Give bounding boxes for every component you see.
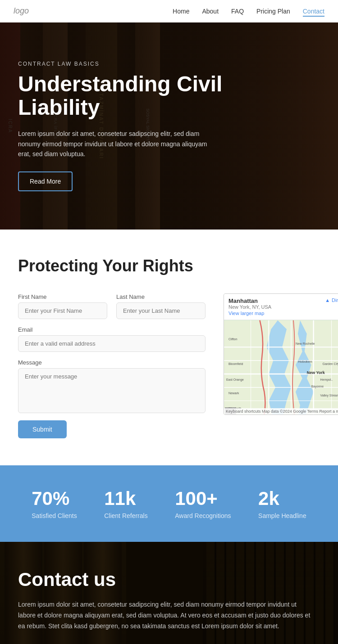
read-more-button[interactable]: Read More xyxy=(18,171,73,191)
last-name-group: Last Name xyxy=(116,293,206,319)
last-name-label: Last Name xyxy=(116,293,206,300)
hero-section: ICRA ICRA İFLAS TAZMİNAT DAVALARI SOSYAL… xyxy=(0,23,338,230)
map-svg: Clifton Bloomfield East Orange Newark El… xyxy=(224,320,338,415)
nav-link-contact[interactable]: Contact xyxy=(303,8,324,17)
email-label: Email xyxy=(18,326,206,333)
stat-number-1: 11k xyxy=(104,488,147,509)
svg-text:Newark: Newark xyxy=(228,392,239,395)
stat-item-1: 11k Client Referrals xyxy=(104,488,147,519)
message-label: Message xyxy=(18,359,206,366)
svg-text:Hempst..: Hempst.. xyxy=(320,378,333,382)
hero-description: Lorem ipsum dolor sit amet, consetetur s… xyxy=(18,129,221,159)
stat-label-1: Client Referrals xyxy=(104,512,147,519)
hero-subtitle: CONTRACT LAW BASICS xyxy=(18,61,261,67)
nav-links: Home About FAQ Pricing Plan Contact xyxy=(173,7,324,15)
form-map-wrapper: First Name Last Name Email Message Submi… xyxy=(18,293,320,438)
nav-link-faq[interactable]: FAQ xyxy=(231,8,244,15)
last-name-input[interactable] xyxy=(116,302,206,319)
map-footer-text: Keyboard shortcuts Map data ©2024 Google… xyxy=(226,409,338,414)
map-header: Manhattan New York, NY, USA View larger … xyxy=(224,294,338,320)
name-row: First Name Last Name xyxy=(18,293,206,319)
hero-title: Understanding Civil Liability xyxy=(18,72,261,120)
map-info: Manhattan New York, NY, USA View larger … xyxy=(228,297,271,316)
map-subtitle: New York, NY, USA xyxy=(228,304,271,310)
stat-number-0: 70% xyxy=(32,488,77,509)
map-container: Manhattan New York, NY, USA View larger … xyxy=(224,293,338,415)
nav-link-pricing[interactable]: Pricing Plan xyxy=(256,8,290,15)
nav-item-pricing[interactable]: Pricing Plan xyxy=(256,7,290,15)
contact-description: Lorem ipsum dolor sit amet, consetetur s… xyxy=(18,599,315,631)
stat-item-3: 2k Sample Headline xyxy=(258,488,306,519)
svg-text:New Rochelle: New Rochelle xyxy=(296,342,315,345)
navbar: logo Home About FAQ Pricing Plan Contact xyxy=(0,0,338,23)
email-input[interactable] xyxy=(18,335,206,352)
svg-text:East Orange: East Orange xyxy=(226,378,244,382)
map-widget: Manhattan New York, NY, USA View larger … xyxy=(224,293,338,415)
stat-number-2: 100+ xyxy=(175,488,231,509)
svg-text:Valley Stream: Valley Stream xyxy=(320,394,338,397)
stat-label-2: Award Recognitions xyxy=(175,512,231,519)
svg-text:Bayonne: Bayonne xyxy=(311,385,324,388)
directions-label: Directions xyxy=(332,297,338,303)
map-footer: Keyboard shortcuts Map data ©2024 Google… xyxy=(224,408,338,414)
nav-link-about[interactable]: About xyxy=(202,8,219,15)
contact-section: Contact us Lorem ipsum dolor sit amet, c… xyxy=(0,542,338,644)
stats-section: 70% Satisfied Clients 11k Client Referra… xyxy=(0,465,338,542)
svg-text:Clifton: Clifton xyxy=(228,338,238,341)
nav-item-faq[interactable]: FAQ xyxy=(231,7,244,15)
nav-item-about[interactable]: About xyxy=(202,7,219,15)
form-section: Protecting Your Rights First Name Last N… xyxy=(0,230,338,465)
hero-content: CONTRACT LAW BASICS Understanding Civil … xyxy=(0,61,279,192)
stat-label-0: Satisfied Clients xyxy=(32,512,77,519)
map-view-larger-link[interactable]: View larger map xyxy=(228,311,271,316)
nav-item-home[interactable]: Home xyxy=(173,7,189,15)
contact-form: First Name Last Name Email Message Submi… xyxy=(18,293,206,438)
stat-number-3: 2k xyxy=(258,488,306,509)
svg-text:Garden City: Garden City xyxy=(323,362,338,366)
nav-link-home[interactable]: Home xyxy=(173,8,189,15)
svg-text:New York: New York xyxy=(307,370,325,375)
contact-content: Contact us Lorem ipsum dolor sit amet, c… xyxy=(18,569,320,644)
message-group: Message xyxy=(18,359,206,413)
map-body: Clifton Bloomfield East Orange Newark El… xyxy=(224,320,338,415)
first-name-label: First Name xyxy=(18,293,107,300)
first-name-group: First Name xyxy=(18,293,107,319)
map-title: Manhattan xyxy=(228,297,271,304)
email-group: Email xyxy=(18,326,206,352)
map-directions-button[interactable]: ▲ Directions xyxy=(325,297,338,303)
submit-button[interactable]: Submit xyxy=(18,420,67,438)
directions-icon: ▲ xyxy=(325,297,330,303)
stat-label-3: Sample Headline xyxy=(258,512,306,519)
logo: logo xyxy=(14,6,29,16)
nav-item-contact[interactable]: Contact xyxy=(303,7,324,15)
message-textarea[interactable] xyxy=(18,368,206,413)
stat-item-2: 100+ Award Recognitions xyxy=(175,488,231,519)
stat-item-0: 70% Satisfied Clients xyxy=(32,488,77,519)
contact-heading: Contact us xyxy=(18,569,320,590)
svg-text:Bloomfield: Bloomfield xyxy=(228,362,243,365)
form-section-heading: Protecting Your Rights xyxy=(18,257,320,275)
svg-text:Hoboken: Hoboken xyxy=(298,360,312,364)
first-name-input[interactable] xyxy=(18,302,107,319)
